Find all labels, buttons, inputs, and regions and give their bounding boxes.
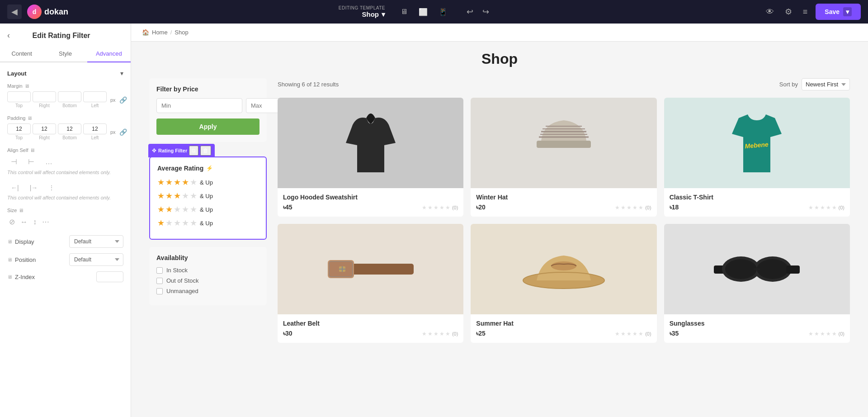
product-info: Logo Hooded Sweatshirt ৳45 ★ ★ ★ ★ ★ — [278, 188, 463, 217]
product-price: ৳20 — [476, 204, 486, 211]
breadcrumb-separator: / — [170, 29, 172, 36]
layers-button[interactable]: ≡ — [800, 5, 811, 19]
availability-box: Availablity In Stock Out of Stock Unmana… — [149, 247, 267, 305]
redo-button[interactable]: ↪ — [479, 5, 493, 19]
size-responsive-icon: 🖥 — [19, 208, 24, 213]
stars-4: ★ ★ ★ ★ ★ — [157, 177, 197, 187]
dropdown-icon: ▾ — [382, 10, 385, 19]
size-more-button[interactable]: ⋯ — [40, 216, 51, 228]
tab-content[interactable]: Content — [0, 46, 43, 62]
sort-select[interactable]: Newest First — [802, 78, 850, 90]
product-card: Leather Belt ৳30 ★ ★ ★ ★ ★ — [278, 224, 463, 343]
margin-top-input[interactable] — [7, 91, 31, 102]
star-5: ★ — [190, 191, 197, 201]
align-self-info: This control will affect contained eleme… — [7, 170, 123, 175]
rating-count: (0) — [839, 331, 844, 336]
logo: d dokan — [27, 5, 68, 19]
topbar-left: ◀ d dokan — [7, 5, 68, 19]
avail-item-unmanaged: Unmanaged — [156, 288, 259, 294]
product-rating: ★ ★ ★ ★ ★ (0) — [422, 204, 458, 211]
undo-button[interactable]: ↩ — [463, 5, 477, 19]
star-3: ★ — [174, 177, 181, 187]
star-1: ★ — [157, 204, 165, 214]
tab-style[interactable]: Style — [43, 46, 87, 62]
template-name-button[interactable]: Shop ▾ — [362, 10, 386, 19]
mobile-device-button[interactable]: 📱 — [434, 5, 452, 19]
save-button[interactable]: Save ▾ — [816, 4, 861, 20]
belt-svg — [326, 246, 416, 292]
size-height-button[interactable]: ↕ — [31, 216, 38, 228]
padding-top-input[interactable] — [7, 123, 31, 134]
outofstock-checkbox[interactable] — [156, 278, 163, 284]
rating-filter-toolbar: ✥ Rating Filter ⧉ 🗑 — [148, 144, 215, 157]
back-button[interactable]: ◀ — [7, 5, 22, 19]
breadcrumb-home-link[interactable]: Home — [152, 29, 168, 36]
align-end-button[interactable]: … — [42, 156, 56, 168]
margin-bottom-label: Bottom — [62, 103, 77, 108]
product-price: ৳25 — [476, 330, 486, 337]
save-dropdown-icon: ▾ — [843, 7, 852, 16]
align-start-button[interactable]: ⊣ — [7, 156, 21, 168]
margin-left-input[interactable] — [83, 91, 107, 102]
padding-top-label: Top — [15, 135, 23, 140]
align-self-responsive-icon: 🖥 — [30, 147, 35, 153]
margin-top-box: Top — [7, 91, 31, 108]
instock-checkbox[interactable] — [156, 267, 163, 274]
padding-left-input[interactable] — [83, 123, 107, 134]
preview-button[interactable]: 👁 — [763, 5, 777, 19]
rating-count: (0) — [452, 331, 458, 336]
flex-start-button[interactable]: ←| — [7, 182, 23, 193]
sidebar-back-button[interactable]: ‹ — [7, 31, 10, 40]
main-layout: ‹ Edit Rating Filter Content Style Advan… — [0, 24, 868, 417]
product-rating: ★ ★ ★ ★ ★ (0) — [615, 204, 651, 211]
filter-icon: ⚡ — [206, 165, 213, 171]
star-row-4[interactable]: ★ ★ ★ ★ ★ & Up — [157, 177, 259, 187]
padding-bottom-input[interactable] — [58, 123, 81, 134]
margin-right-input[interactable] — [33, 91, 56, 102]
flex-more-button[interactable]: ⋮ — [45, 182, 58, 193]
unmanaged-checkbox[interactable] — [156, 288, 163, 294]
rating-count: (0) — [452, 205, 458, 210]
outofstock-label: Out of Stock — [166, 277, 199, 284]
tablet-device-button[interactable]: ⬜ — [414, 5, 432, 19]
product-bottom: ৳35 ★ ★ ★ ★ ★ (0) — [670, 330, 844, 337]
size-none-button[interactable]: ⊘ — [7, 216, 17, 228]
topbar-right: 👁 ⚙ ≡ Save ▾ — [763, 4, 861, 20]
align-buttons-row: ⊣ ⊢ … — [7, 156, 123, 168]
padding-label: Padding 🖥 — [7, 115, 123, 121]
breadcrumb: 🏠 Home / Shop — [131, 24, 868, 42]
star-row-1[interactable]: ★ ★ ★ ★ ★ & Up — [157, 218, 259, 228]
star-4: ★ — [182, 218, 189, 228]
apply-button[interactable]: Apply — [156, 118, 259, 135]
layout-section-header: Layout ▾ — [7, 70, 123, 77]
desktop-device-button[interactable]: 🖥 — [396, 5, 412, 19]
layout-toggle-button[interactable]: ▾ — [120, 70, 123, 77]
star-row-2[interactable]: ★ ★ ★ ★ ★ & Up — [157, 204, 259, 214]
settings-button[interactable]: ⚙ — [782, 4, 795, 19]
availability-title: Availablity — [156, 254, 259, 261]
editing-template-area: EDITING TEMPLATE Shop ▾ — [339, 5, 385, 19]
padding-right-input[interactable] — [33, 123, 56, 134]
margin-bottom-input[interactable] — [58, 91, 81, 102]
display-select[interactable]: Default — [69, 235, 123, 248]
margin-unit: px — [110, 97, 116, 103]
margin-link-button[interactable]: 🔗 — [118, 95, 129, 105]
tab-advanced[interactable]: Advanced — [87, 46, 131, 62]
padding-left-box: Left — [83, 123, 107, 140]
star-4: ★ — [182, 177, 189, 187]
product-image-belt — [278, 224, 463, 314]
padding-link-button[interactable]: 🔗 — [118, 127, 129, 137]
padding-bottom-box: Bottom — [58, 123, 81, 140]
padding-right-label: Right — [39, 135, 49, 140]
star-row-3[interactable]: ★ ★ ★ ★ ★ & Up — [157, 191, 259, 201]
flex-end-button[interactable]: |→ — [26, 182, 42, 193]
position-select[interactable]: Default — [69, 253, 123, 266]
size-width-button[interactable]: ↔ — [19, 216, 29, 228]
align-center-button[interactable]: ⊢ — [24, 156, 38, 168]
price-min-input[interactable] — [156, 98, 242, 113]
zindex-input[interactable] — [96, 271, 123, 282]
flex-controls-group: ←| |→ ⋮ This control will affect contain… — [7, 182, 123, 200]
margin-inputs-row: Top Right Bottom Left — [7, 91, 123, 108]
rating-filter-copy-button[interactable]: ⧉ — [189, 146, 198, 156]
rating-filter-delete-button[interactable]: 🗑 — [200, 146, 211, 156]
